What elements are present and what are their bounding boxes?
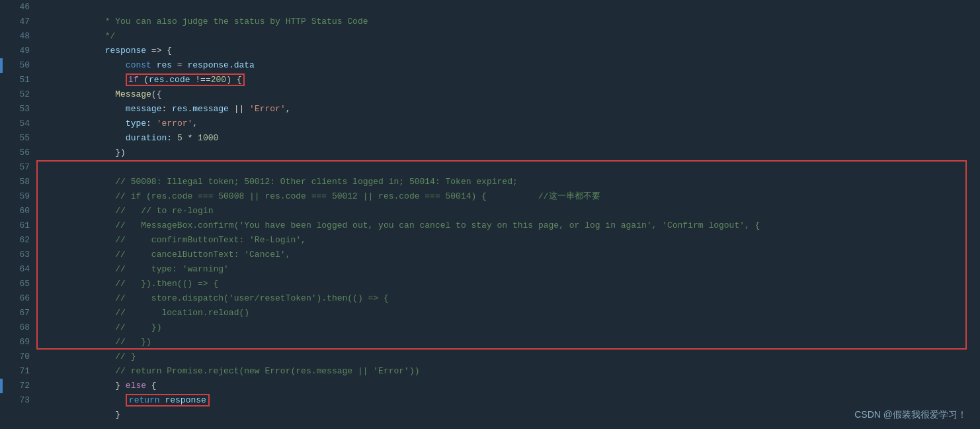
line-num-59: 59 bbox=[0, 189, 30, 204]
code-line-67: // }) bbox=[43, 306, 980, 320]
code-line-49: const res = response.data bbox=[43, 44, 980, 58]
line-num-72: 72 bbox=[0, 379, 30, 393]
code-line-47: */ bbox=[43, 15, 980, 29]
code-line-55: }) bbox=[43, 131, 980, 146]
code-line-59: // // to re-login bbox=[43, 189, 980, 204]
line-num-51: 51 bbox=[0, 73, 30, 87]
code-line-65: // store.dispatch('user/resetToken').the… bbox=[43, 277, 980, 291]
code-line-51: Message({ bbox=[43, 73, 980, 87]
line-numbers: 46 47 48 49 50 51 52 53 54 55 56 57 58 5… bbox=[0, 0, 36, 429]
code-line-64: // }).then(() => { bbox=[43, 262, 980, 277]
code-content: * You can also judge the status by HTTP … bbox=[36, 0, 980, 429]
line-num-50: 50 bbox=[0, 58, 30, 73]
line-num-54: 54 bbox=[0, 117, 30, 131]
line-num-65: 65 bbox=[0, 277, 30, 291]
line-num-56: 56 bbox=[0, 146, 30, 160]
left-bar-50 bbox=[0, 58, 3, 73]
line-num-71: 71 bbox=[0, 364, 30, 379]
line-num-60: 60 bbox=[0, 204, 30, 218]
line-num-63: 63 bbox=[0, 248, 30, 262]
line-num-68: 68 bbox=[0, 320, 30, 335]
line-num-46: 46 bbox=[0, 0, 30, 15]
line-num-62: 62 bbox=[0, 233, 30, 248]
code-line-46: * You can also judge the status by HTTP … bbox=[43, 0, 980, 15]
line-num-48: 48 bbox=[0, 29, 30, 44]
line-num-67: 67 bbox=[0, 306, 30, 320]
code-line-62: // cancelButtonText: 'Cancel', bbox=[43, 233, 980, 248]
code-area: 46 47 48 49 50 51 52 53 54 55 56 57 58 5… bbox=[0, 0, 980, 429]
code-line-60: // MessageBox.confirm('You have been log… bbox=[43, 204, 980, 218]
line-num-73: 73 bbox=[0, 393, 30, 408]
line-num-61: 61 bbox=[0, 218, 30, 233]
line-num-49: 49 bbox=[0, 44, 30, 58]
code-line-73: } bbox=[43, 393, 980, 408]
line-num-70: 70 bbox=[0, 350, 30, 364]
watermark: CSDN @假装我很爱学习！ bbox=[854, 409, 967, 421]
code-line-72: return response bbox=[43, 379, 980, 393]
code-line-69: // } bbox=[43, 335, 980, 350]
line-num-47: 47 bbox=[0, 15, 30, 29]
code-editor: 46 47 48 49 50 51 52 53 54 55 56 57 58 5… bbox=[0, 0, 980, 429]
line-num-52: 52 bbox=[0, 87, 30, 102]
code-line-54: duration: 5 * 1000 bbox=[43, 117, 980, 131]
code-line-66: // location.reload() bbox=[43, 291, 980, 306]
line-num-58: 58 bbox=[0, 175, 30, 189]
code-line-58: // if (res.code === 50008 || res.code ==… bbox=[43, 175, 980, 189]
line-73-text: } bbox=[84, 410, 120, 420]
code-line-52: message: res.message || 'Error', bbox=[43, 87, 980, 102]
code-line-70: // return Promise.reject(new Error(res.m… bbox=[43, 350, 980, 364]
code-line-53: type: 'error', bbox=[43, 102, 980, 117]
code-line-56 bbox=[43, 146, 980, 160]
line-num-53: 53 bbox=[0, 102, 30, 117]
line-num-55: 55 bbox=[0, 131, 30, 146]
code-line-71: } else { bbox=[43, 364, 980, 379]
line-num-57: 57 bbox=[0, 160, 30, 175]
code-line-48: response => { bbox=[43, 29, 980, 44]
line-num-66: 66 bbox=[0, 291, 30, 306]
code-line-57: // 50008: Illegal token; 50012: Other cl… bbox=[43, 160, 980, 175]
line-num-69: 69 bbox=[0, 335, 30, 350]
code-line-61: // confirmButtonText: 'Re-Login', bbox=[43, 218, 980, 233]
code-line-68: // }) bbox=[43, 320, 980, 335]
line-num-64: 64 bbox=[0, 262, 30, 277]
left-bar-72 bbox=[0, 379, 3, 393]
code-line-50: if (res.code !==200) { bbox=[43, 58, 980, 73]
code-line-63: // type: 'warning' bbox=[43, 248, 980, 262]
